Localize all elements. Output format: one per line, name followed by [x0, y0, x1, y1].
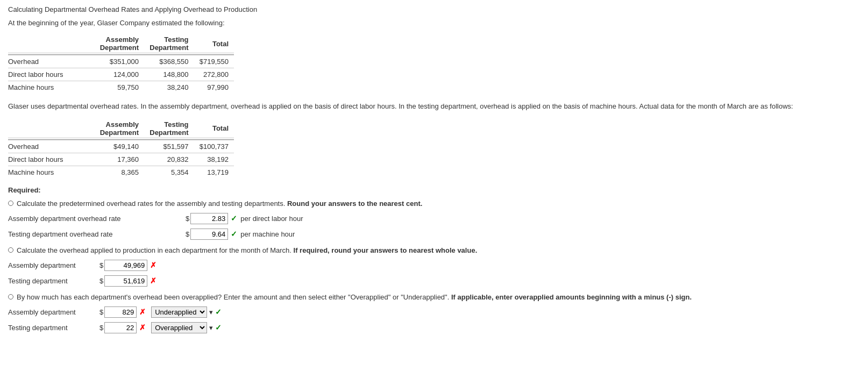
- est-row3-total: 97,990: [194, 81, 234, 94]
- table-row: Overhead $351,000 $368,550 $719,550: [8, 55, 234, 68]
- testing-applied-input[interactable]: [104, 275, 147, 287]
- assembly-rate-label: Assembly department overhead rate: [8, 215, 186, 223]
- est-col-blank: [8, 34, 94, 53]
- q1-instruction-text: Calculate the predetermined overhead rat…: [17, 199, 422, 208]
- q1-radio[interactable]: [8, 201, 13, 206]
- q2-radio[interactable]: [8, 247, 13, 253]
- q3-radio[interactable]: [8, 294, 13, 300]
- act-row1-total: $100,737: [194, 140, 234, 153]
- testing-overapplied-label: Testing department: [8, 324, 99, 332]
- est-row1-total: $719,550: [194, 55, 234, 68]
- act-col-total: Total: [194, 119, 234, 138]
- est-row2-label: Direct labor hours: [8, 68, 94, 81]
- testing-overapplied-dropdown[interactable]: Overapplied Underapplied: [151, 322, 207, 333]
- assembly-rate-check-icon: ✓: [231, 214, 237, 223]
- testing-applied-label: Testing department: [8, 277, 99, 285]
- estimated-table: AssemblyDepartment TestingDepartment Tot…: [8, 34, 234, 94]
- required-label: Required:: [8, 186, 860, 194]
- q2-instruction-text: Calculate the overhead applied to produc…: [17, 246, 477, 254]
- est-col-total: Total: [194, 34, 234, 53]
- q2-instruction-row: Calculate the overhead applied to produc…: [8, 246, 860, 254]
- assembly-applied-dollar: $: [99, 261, 103, 269]
- testing-dropdown-wrap: Overapplied Underapplied ▾ ✓: [151, 322, 222, 333]
- assembly-rate-dollar: $: [186, 215, 189, 223]
- assembly-overapplied-row: Assembly department $ ✗ Underapplied Ove…: [8, 306, 860, 318]
- act-row2-label: Direct labor hours: [8, 153, 94, 166]
- testing-overapplied-dollar: $: [99, 324, 103, 332]
- testing-rate-row: Testing department overhead rate $ ✓ per…: [8, 229, 860, 240]
- assembly-overapplied-dropdown[interactable]: Underapplied Overapplied: [151, 306, 207, 318]
- assembly-applied-cross-icon: ✗: [150, 261, 156, 269]
- assembly-applied-row: Assembly department $ ✗: [8, 260, 860, 271]
- question-2-block: Calculate the overhead applied to produc…: [8, 246, 860, 287]
- q3-instruction-text: By how much has each department's overhe…: [17, 293, 692, 301]
- testing-overapplied-cross-icon: ✗: [139, 323, 146, 332]
- act-row3-label: Machine hours: [8, 166, 94, 179]
- testing-rate-label: Testing department overhead rate: [8, 230, 186, 238]
- actual-table: AssemblyDepartment TestingDepartment Tot…: [8, 119, 234, 179]
- assembly-rate-row: Assembly department overhead rate $ ✓ pe…: [8, 213, 860, 224]
- assembly-rate-input[interactable]: [190, 213, 228, 224]
- testing-overapplied-row: Testing department $ ✗ Overapplied Under…: [8, 322, 860, 333]
- assembly-rate-per: per direct labor hour: [240, 215, 303, 223]
- est-col-assembly: AssemblyDepartment: [94, 34, 144, 53]
- assembly-overapplied-label: Assembly department: [8, 308, 99, 316]
- testing-rate-input[interactable]: [190, 229, 228, 240]
- est-row2-total: 272,800: [194, 68, 234, 81]
- testing-rate-per: per machine hour: [240, 230, 295, 238]
- est-row1-testing: $368,550: [144, 55, 194, 68]
- act-col-blank: [8, 119, 94, 138]
- act-row3-total: 13,719: [194, 166, 234, 179]
- question-1-block: Calculate the predetermined overhead rat…: [8, 199, 860, 240]
- intro-text: At the beginning of the year, Glaser Com…: [8, 19, 860, 27]
- assembly-applied-input[interactable]: [104, 260, 147, 271]
- est-row2-testing: 148,800: [144, 68, 194, 81]
- question-3-block: By how much has each department's overhe…: [8, 293, 860, 333]
- testing-rate-dollar: $: [186, 230, 189, 238]
- assembly-dropdown-check-icon: ✓: [215, 308, 222, 316]
- table-row: Machine hours 59,750 38,240 97,990: [8, 81, 234, 94]
- testing-applied-row: Testing department $ ✗: [8, 275, 860, 287]
- table-row: Overhead $49,140 $51,597 $100,737: [8, 140, 234, 153]
- est-row3-label: Machine hours: [8, 81, 94, 94]
- assembly-applied-label: Assembly department: [8, 261, 99, 269]
- testing-dropdown-check-icon: ✓: [215, 323, 222, 332]
- assembly-overapplied-input[interactable]: [104, 306, 137, 318]
- act-row1-label: Overhead: [8, 140, 94, 153]
- act-col-testing: TestingDepartment: [144, 119, 194, 138]
- est-row1-assembly: $351,000: [94, 55, 144, 68]
- act-col-assembly: AssemblyDepartment: [94, 119, 144, 138]
- testing-applied-cross-icon: ✗: [150, 276, 156, 285]
- testing-rate-check-icon: ✓: [231, 230, 237, 238]
- est-col-testing: TestingDepartment: [144, 34, 194, 53]
- assembly-overapplied-cross-icon: ✗: [139, 308, 146, 316]
- act-row1-assembly: $49,140: [94, 140, 144, 153]
- q3-instruction-row: By how much has each department's overhe…: [8, 293, 860, 301]
- est-row1-label: Overhead: [8, 55, 94, 68]
- page-title: Calculating Departmental Overhead Rates …: [8, 5, 860, 13]
- act-row2-assembly: 17,360: [94, 153, 144, 166]
- long-text: Glaser uses departmental overhead rates.…: [8, 101, 860, 112]
- act-row1-testing: $51,597: [144, 140, 194, 153]
- table-row: Direct labor hours 17,360 20,832 38,192: [8, 153, 234, 166]
- act-row3-testing: 5,354: [144, 166, 194, 179]
- assembly-overapplied-dollar: $: [99, 308, 103, 316]
- est-row2-assembly: 124,000: [94, 68, 144, 81]
- est-row3-testing: 38,240: [144, 81, 194, 94]
- est-row3-assembly: 59,750: [94, 81, 144, 94]
- assembly-dropdown-wrap: Underapplied Overapplied ▾ ✓: [151, 306, 222, 318]
- table-row: Machine hours 8,365 5,354 13,719: [8, 166, 234, 179]
- act-row2-testing: 20,832: [144, 153, 194, 166]
- testing-applied-dollar: $: [99, 277, 103, 285]
- testing-overapplied-input[interactable]: [104, 322, 137, 333]
- act-row2-total: 38,192: [194, 153, 234, 166]
- act-row3-assembly: 8,365: [94, 166, 144, 179]
- q1-instruction-row: Calculate the predetermined overhead rat…: [8, 199, 860, 208]
- table-row: Direct labor hours 124,000 148,800 272,8…: [8, 68, 234, 81]
